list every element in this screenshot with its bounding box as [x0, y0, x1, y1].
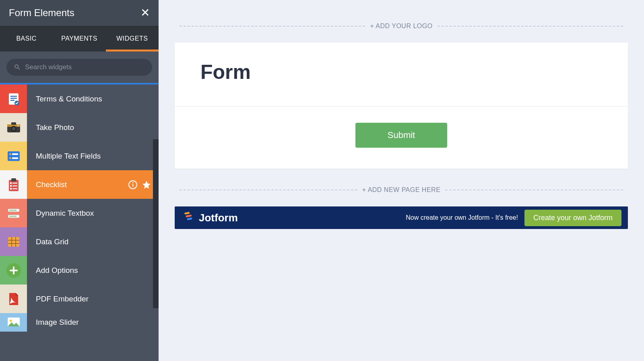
svg-rect-21 — [12, 186, 17, 186]
svg-rect-14 — [9, 157, 11, 159]
svg-rect-13 — [12, 153, 18, 155]
promo-bar: Jotform Now create your own Jotform - It… — [175, 206, 628, 229]
promo-brand: Jotform — [199, 212, 238, 224]
widget-label: Add Options — [27, 266, 159, 275]
grid-icon — [0, 227, 27, 256]
tab-label: WIDGETS — [116, 35, 148, 42]
jotform-logo-icon — [183, 210, 195, 225]
widget-label: PDF Embedder — [27, 295, 159, 303]
plus-icon — [0, 256, 27, 285]
svg-rect-22 — [10, 188, 12, 190]
add-logo-label: + ADD YOUR LOGO — [370, 23, 432, 30]
widget-label: Terms & Conditions — [27, 95, 159, 103]
tab-widgets[interactable]: WIDGETS — [106, 26, 159, 52]
star-icon[interactable] — [142, 180, 151, 190]
widget-label: Dynamic Textbox — [27, 209, 159, 218]
search-wrap — [0, 52, 159, 83]
svg-rect-42 — [186, 215, 192, 217]
search-input[interactable] — [25, 63, 145, 71]
form-title: Form — [200, 60, 602, 84]
widget-image-slider[interactable]: Image Slider — [0, 313, 159, 332]
svg-point-9 — [12, 127, 15, 130]
promo-cta-button[interactable]: Create your own Jotform — [524, 210, 621, 226]
svg-rect-11 — [8, 151, 20, 161]
svg-rect-1 — [10, 96, 17, 97]
camera-icon — [0, 113, 27, 142]
add-page-label: + ADD NEW PAGE HERE — [362, 186, 441, 194]
widget-add-options[interactable]: Add Options — [0, 256, 159, 285]
widget-list[interactable]: Terms & Conditions Take Photo Multiple T… — [0, 83, 159, 361]
svg-rect-23 — [12, 188, 17, 189]
svg-rect-38 — [10, 270, 18, 271]
svg-rect-20 — [10, 185, 12, 187]
svg-rect-41 — [184, 212, 190, 215]
widget-take-photo[interactable]: Take Photo — [0, 113, 159, 142]
svg-rect-18 — [10, 182, 12, 184]
sidebar-title: Form Elements — [9, 7, 74, 19]
widget-multiple-text-fields[interactable]: Multiple Text Fields — [0, 142, 159, 170]
svg-rect-2 — [10, 98, 17, 99]
scrollbar[interactable] — [153, 139, 159, 308]
svg-rect-43 — [187, 217, 192, 220]
svg-rect-15 — [12, 157, 18, 159]
text-fields-icon — [0, 142, 27, 170]
widget-data-grid[interactable]: Data Grid — [0, 227, 159, 256]
tab-basic[interactable]: BASIC — [0, 26, 53, 52]
widget-checklist[interactable]: Checklist — [0, 170, 159, 199]
info-icon[interactable] — [128, 180, 138, 190]
submit-button[interactable]: Submit — [355, 123, 447, 148]
svg-rect-19 — [12, 183, 17, 184]
form-canvas: + ADD YOUR LOGO Form Submit + ADD NEW PA… — [159, 0, 644, 361]
promo-text: Now create your own Jotform - It's free! — [406, 214, 518, 221]
widget-terms-and-conditions[interactable]: Terms & Conditions — [0, 85, 159, 113]
add-logo-divider[interactable]: + ADD YOUR LOGO — [175, 23, 628, 30]
tab-label: PAYMENTS — [61, 35, 97, 42]
svg-rect-17 — [11, 178, 16, 182]
svg-rect-7 — [11, 122, 16, 125]
widget-label: Image Slider — [27, 318, 159, 327]
sidebar: Form Elements ✕ BASIC PAYMENTS WIDGETS T… — [0, 0, 159, 361]
close-icon[interactable]: ✕ — [140, 7, 150, 19]
svg-point-26 — [132, 182, 134, 183]
widget-label: Multiple Text Fields — [27, 152, 159, 161]
svg-rect-30 — [9, 216, 17, 217]
svg-rect-3 — [10, 100, 14, 101]
svg-point-10 — [17, 125, 19, 126]
svg-point-40 — [10, 320, 12, 322]
pdf-icon — [0, 285, 27, 313]
promo-logo: Jotform — [183, 210, 238, 225]
widget-label: Data Grid — [27, 237, 159, 246]
image-slider-icon — [0, 313, 27, 332]
svg-rect-12 — [9, 153, 11, 155]
svg-rect-25 — [132, 184, 133, 187]
sidebar-tabs: BASIC PAYMENTS WIDGETS — [0, 26, 159, 52]
widget-label: Checklist — [27, 180, 128, 189]
widget-pdf-embedder[interactable]: PDF Embedder — [0, 285, 159, 313]
document-check-icon — [0, 85, 27, 113]
form-submit-area: Submit — [175, 107, 628, 169]
search-icon — [14, 64, 21, 71]
search-box[interactable] — [6, 59, 152, 76]
form-card: Form Submit — [175, 43, 628, 169]
form-title-area[interactable]: Form — [175, 43, 628, 107]
checklist-icon — [0, 170, 27, 199]
widget-dynamic-textbox[interactable]: Dynamic Textbox — [0, 199, 159, 227]
svg-rect-28 — [9, 210, 17, 210]
widget-label: Take Photo — [27, 123, 159, 132]
svg-rect-31 — [8, 237, 19, 247]
tab-payments[interactable]: PAYMENTS — [53, 26, 105, 52]
add-page-divider[interactable]: + ADD NEW PAGE HERE — [175, 186, 628, 194]
tab-label: BASIC — [16, 35, 37, 42]
dynamic-textbox-icon — [0, 199, 27, 227]
sidebar-header: Form Elements ✕ — [0, 0, 159, 26]
